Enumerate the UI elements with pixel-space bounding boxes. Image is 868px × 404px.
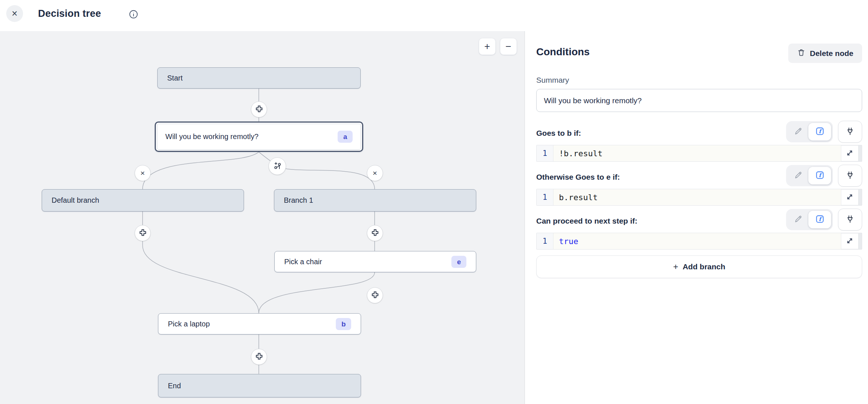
node-branch-1[interactable]: Branch 1 xyxy=(274,189,476,212)
editor-mode-controls: f xyxy=(786,165,862,187)
function-icon: f xyxy=(815,214,824,225)
editor-tail xyxy=(858,233,862,249)
node-label: Will you be working remotly? xyxy=(165,132,259,141)
connect-data-button[interactable] xyxy=(838,209,862,231)
trash-icon xyxy=(797,48,805,59)
editor-mode-controls: f xyxy=(786,121,862,143)
line-number: 1 xyxy=(537,145,553,161)
node-label: Pick a laptop xyxy=(168,320,210,328)
node-label: Pick a chair xyxy=(284,258,322,266)
plus-icon: + xyxy=(484,41,490,52)
function-icon: f xyxy=(815,127,824,137)
add-node-button[interactable] xyxy=(367,287,383,303)
editor-tail xyxy=(858,189,862,205)
node-badge: e xyxy=(451,256,466,268)
summary-label: Summary xyxy=(536,76,569,85)
code-editor: 1 !b.result xyxy=(536,145,862,162)
text-mode-button[interactable] xyxy=(788,165,808,186)
summary-input[interactable] xyxy=(536,89,862,112)
code-editor: 1 true xyxy=(536,233,862,250)
branch-plus-icon xyxy=(273,161,282,172)
function-mode-button[interactable]: f xyxy=(808,167,831,184)
node-badge: b xyxy=(336,318,351,330)
delete-node-label: Delete node xyxy=(810,49,853,58)
pencil-icon xyxy=(794,171,803,181)
editor-mode-controls: f xyxy=(786,209,862,231)
plus-outline-icon xyxy=(371,291,379,300)
node-label: Default branch xyxy=(52,196,99,205)
add-branch-edge-button[interactable] xyxy=(268,157,286,175)
plus-icon: + xyxy=(673,262,678,272)
text-mode-button[interactable] xyxy=(788,121,808,142)
node-end[interactable]: End xyxy=(158,374,361,397)
svg-text:f: f xyxy=(819,172,823,179)
node-label: Branch 1 xyxy=(284,196,313,205)
conditions-panel: Conditions Delete node Summary Goes to b… xyxy=(525,0,868,404)
minus-icon: − xyxy=(506,41,511,52)
svg-text:f: f xyxy=(819,216,823,222)
function-mode-button[interactable]: f xyxy=(808,123,831,141)
delete-branch-button[interactable]: × xyxy=(135,165,151,181)
expand-icon xyxy=(846,149,854,158)
node-label: End xyxy=(168,382,181,390)
svg-text:f: f xyxy=(819,128,823,135)
connect-data-button[interactable] xyxy=(838,165,862,187)
add-node-button[interactable] xyxy=(135,225,151,241)
line-number: 1 xyxy=(537,189,553,205)
plug-icon xyxy=(845,171,855,181)
mode-segmented-control: f xyxy=(786,121,833,142)
add-node-button[interactable] xyxy=(251,349,267,365)
close-icon: × xyxy=(373,169,377,177)
node-question-selected[interactable]: Will you be working remotly? a xyxy=(155,121,363,152)
expand-editor-button[interactable] xyxy=(841,189,858,205)
info-icon[interactable] xyxy=(129,10,138,19)
zoom-out-button[interactable]: − xyxy=(500,38,517,55)
add-branch-button[interactable]: + Add branch xyxy=(536,255,862,278)
expand-icon xyxy=(846,237,854,246)
function-icon: f xyxy=(815,171,824,181)
node-default-branch[interactable]: Default branch xyxy=(42,189,244,212)
code-editor: 1 b.result xyxy=(536,189,862,206)
close-icon: × xyxy=(140,169,145,177)
plug-icon xyxy=(845,214,855,225)
page-title: Decision tree xyxy=(38,8,101,19)
close-button[interactable]: × xyxy=(6,5,23,22)
mode-segmented-control: f xyxy=(786,165,833,186)
mode-segmented-control: f xyxy=(786,209,833,230)
delete-branch-button[interactable]: × xyxy=(367,165,383,181)
function-mode-button[interactable]: f xyxy=(808,211,831,228)
plug-icon xyxy=(845,127,855,137)
node-start[interactable]: Start xyxy=(157,67,361,89)
node-pick-chair[interactable]: Pick a chair e xyxy=(274,251,476,272)
node-pick-laptop[interactable]: Pick a laptop b xyxy=(158,313,361,334)
add-node-button[interactable] xyxy=(251,101,267,117)
editor-tail xyxy=(858,145,862,161)
code-input[interactable]: !b.result xyxy=(553,145,841,161)
condition-label: Goes to b if: xyxy=(536,129,581,138)
plus-outline-icon xyxy=(371,228,379,238)
close-icon: × xyxy=(12,8,18,19)
connect-data-button[interactable] xyxy=(838,121,862,143)
add-node-button[interactable] xyxy=(367,225,383,241)
text-mode-button[interactable] xyxy=(788,209,808,230)
condition-label: Otherwise Goes to e if: xyxy=(536,173,620,182)
condition-label: Can proceed to next step if: xyxy=(536,217,638,225)
add-branch-label: Add branch xyxy=(683,262,725,271)
plus-outline-icon xyxy=(139,228,147,238)
pencil-icon xyxy=(794,127,803,137)
code-input[interactable]: b.result xyxy=(553,189,841,205)
zoom-in-button[interactable]: + xyxy=(479,38,496,55)
plus-outline-icon xyxy=(255,352,263,362)
panel-title: Conditions xyxy=(536,46,590,58)
plus-outline-icon xyxy=(255,105,263,115)
line-number: 1 xyxy=(537,233,553,249)
flow-canvas[interactable]: Start Will you be working remotly? a Def… xyxy=(0,31,525,404)
expand-editor-button[interactable] xyxy=(841,233,858,249)
delete-node-button[interactable]: Delete node xyxy=(788,44,862,63)
node-badge: a xyxy=(338,131,353,143)
code-input[interactable]: true xyxy=(553,233,841,249)
node-label: Start xyxy=(167,74,183,82)
pencil-icon xyxy=(794,215,803,225)
expand-editor-button[interactable] xyxy=(841,145,858,161)
expand-icon xyxy=(846,193,854,202)
